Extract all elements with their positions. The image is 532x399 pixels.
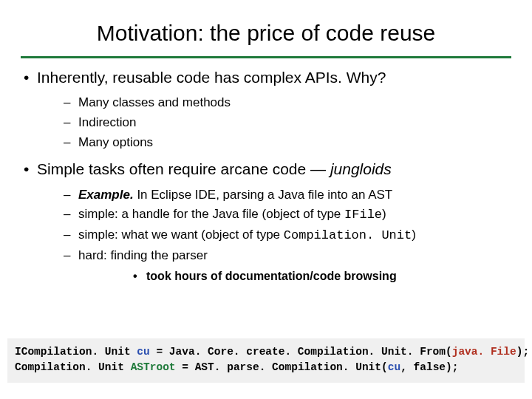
bullet-2-subsub: took hours of documentation/code browsin… [78, 267, 511, 285]
bullet-2-subsub-1: took hours of documentation/code browsin… [78, 267, 511, 285]
l2-arg: cu [388, 361, 400, 373]
s2-prefix: simple: a handle for the Java file (obje… [78, 207, 344, 221]
s3-prefix: simple: what we want (object of type [78, 228, 284, 242]
bullet-2: Simple tasks often require arcane code —… [21, 159, 511, 285]
code-line-1: ICompilation. Unit cu = Java. Core. crea… [15, 344, 517, 360]
bullet-2-sublist: Example. In Eclipse IDE, parsing a Java … [37, 186, 511, 286]
bullet-1-sub-1: Many classes and methods [37, 94, 511, 112]
bullet-2-sub-2: simple: a handle for the Java file (obje… [37, 205, 511, 225]
bullet-2-sub-3: simple: what we want (object of type Com… [37, 226, 511, 245]
l1-end: ); [516, 346, 529, 358]
s4-text: hard: finding the parser [78, 248, 208, 262]
l2-end: , false); [400, 361, 458, 373]
example-label: Example. [78, 188, 134, 202]
bullet-1-text: Inherently, reusable code has complex AP… [37, 69, 386, 86]
l1-type: ICompilation. Unit [15, 346, 137, 358]
bullet-1-sub-2: Indirection [37, 114, 511, 132]
bullet-2-sub-1: Example. In Eclipse IDE, parsing a Java … [37, 186, 511, 205]
l2-var: ASTroot [131, 361, 176, 373]
bullet-1-sub-3: Many options [37, 134, 511, 152]
bullet-2-prefix: Simple tasks often require arcane code — [37, 160, 330, 177]
s2-code: IFile [344, 208, 382, 222]
l2-type: Compilation. Unit [15, 361, 131, 373]
s2-suffix: ) [382, 207, 386, 221]
bullet-1-sublist: Many classes and methods Indirection Man… [37, 94, 511, 151]
bullet-2-sub-4: hard: finding the parser took hours of d… [37, 247, 511, 286]
slide: Motivation: the price of code reuse Inhe… [0, 0, 532, 399]
l2-mid: = AST. parse. Compilation. Unit( [176, 361, 388, 373]
s3-suffix: ) [412, 228, 416, 242]
bullet-list: Inherently, reusable code has complex AP… [21, 67, 511, 285]
s3-code: Compilation. Unit [284, 228, 412, 242]
l1-var: cu [137, 346, 149, 358]
example-text: In Eclipse IDE, parsing a Java file into… [134, 188, 393, 202]
code-line-2: Compilation. Unit ASTroot = AST. parse. … [15, 360, 517, 375]
l1-mid: = Java. Core. create. Compilation. Unit.… [150, 346, 452, 358]
bullet-2-term: jungloids [330, 160, 392, 177]
slide-title: Motivation: the price of code reuse [21, 21, 511, 58]
code-block: ICompilation. Unit cu = Java. Core. crea… [7, 338, 525, 383]
bullet-1: Inherently, reusable code has complex AP… [21, 67, 511, 151]
l1-arg: java. File [452, 346, 516, 358]
